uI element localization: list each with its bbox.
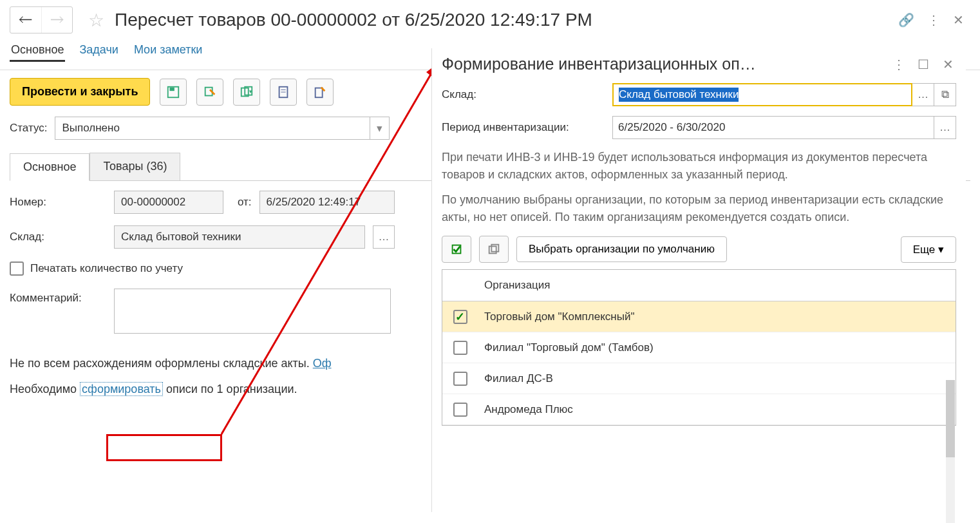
comment-label: Комментарий: — [10, 289, 106, 305]
popup-warehouse-select-button[interactable]: … — [912, 83, 934, 106]
form-inventories-link[interactable]: сформировать — [80, 382, 163, 396]
row-name: Андромеда Плюс — [478, 394, 956, 425]
post-button[interactable] — [196, 79, 223, 106]
row-checkbox[interactable] — [453, 341, 467, 355]
svg-rect-13 — [489, 246, 496, 253]
warehouse-select-button[interactable]: … — [373, 225, 395, 249]
svg-rect-14 — [491, 245, 498, 252]
svg-rect-1 — [170, 87, 174, 91]
popup-maximize-icon[interactable]: ☐ — [915, 57, 932, 72]
popup-warehouse-label: Склад: — [442, 88, 606, 101]
table-row[interactable]: Андромеда Плюс — [442, 394, 956, 425]
row-checkbox[interactable]: ✓ — [453, 310, 467, 324]
status-select[interactable]: Выполнено ▾ — [55, 117, 390, 140]
more-button[interactable]: Еще ▾ — [901, 236, 956, 263]
inner-tab-goods[interactable]: Товары (36) — [90, 153, 180, 180]
check-all-button[interactable] — [442, 236, 471, 263]
number-field[interactable]: 00-00000002 — [114, 191, 223, 214]
table-row[interactable]: Филиал "Торговый дом" (Тамбов) — [442, 332, 956, 363]
popup-warehouse-field[interactable]: Склад бытовой техники — [612, 83, 912, 106]
popup-title: Формирование инвентаризационных оп… — [442, 55, 883, 73]
status-label: Статус: — [10, 122, 47, 135]
report-button[interactable] — [270, 79, 297, 106]
link-icon[interactable]: 🔗 — [898, 12, 914, 28]
tab-notes[interactable]: Мои заметки — [133, 40, 204, 62]
back-button[interactable]: 🡐 — [10, 7, 41, 33]
post-and-close-button[interactable]: Провести и закрыть — [10, 78, 150, 106]
table-row[interactable]: ✓Торговый дом "Комплексный" — [442, 301, 956, 332]
warehouse-label: Склад: — [10, 231, 106, 243]
organizations-grid: Организация ✓Торговый дом "Комплексный"Ф… — [442, 269, 956, 426]
svg-text:▾: ▾ — [249, 88, 252, 94]
row-checkbox[interactable] — [453, 403, 467, 417]
popup-warehouse-value: Склад бытовой техники — [619, 88, 739, 102]
nav-buttons: 🡐 🡒 — [10, 6, 73, 33]
edit-button[interactable] — [306, 79, 334, 106]
date-field[interactable]: 6/25/2020 12:49:17 — [259, 191, 395, 214]
default-orgs-button[interactable]: Выбрать организации по умолчанию — [516, 236, 727, 262]
tab-main[interactable]: Основное — [10, 40, 65, 62]
status-value: Выполнено — [62, 122, 370, 135]
row-name: Филиал "Торговый дом" (Тамбов) — [478, 332, 956, 363]
row-name: Торговый дом "Комплексный" — [478, 301, 956, 332]
header-bar: 🡐 🡒 ☆ Пересчет товаров 00-00000002 от 6/… — [0, 0, 980, 37]
date-label: от: — [238, 196, 252, 209]
page-title: Пересчет товаров 00-00000002 от 6/25/202… — [115, 10, 893, 30]
popup-close-icon[interactable]: ✕ — [939, 57, 956, 72]
row-checkbox[interactable] — [453, 372, 467, 386]
popup-info-1: При печати ИНВ-3 и ИНВ-19 будет использо… — [442, 149, 956, 184]
svg-rect-9 — [316, 88, 323, 97]
create-from-button[interactable]: ▾ — [233, 79, 260, 106]
print-qty-label: Печатать количество по учету — [30, 262, 183, 275]
warehouse-field[interactable]: Склад бытовой техники — [114, 225, 365, 249]
form-text-before: Необходимо — [10, 383, 80, 395]
popup-info-2: По умолчанию выбраны организации, по кот… — [442, 191, 956, 226]
popup-period-field[interactable]: 6/25/2020 - 6/30/2020 — [612, 116, 934, 139]
chevron-down-icon[interactable]: ▾ — [370, 117, 389, 139]
save-button[interactable] — [160, 79, 187, 106]
popup-warehouse-open-button[interactable]: ⧉ — [934, 83, 956, 106]
create-acts-link[interactable]: Оф — [313, 357, 332, 370]
close-icon[interactable]: ✕ — [953, 12, 964, 28]
scroll-thumb[interactable] — [946, 380, 955, 457]
favorite-icon[interactable]: ☆ — [88, 10, 104, 31]
form-text-after: описи по 1 организации. — [163, 383, 297, 395]
forward-button[interactable]: 🡒 — [41, 7, 72, 33]
number-label: Номер: — [10, 196, 106, 209]
comment-field[interactable] — [114, 289, 391, 334]
print-qty-checkbox[interactable] — [10, 262, 24, 276]
row-name: Филиал ДС-В — [478, 363, 956, 394]
popup-period-select-button[interactable]: … — [934, 116, 956, 139]
menu-icon[interactable]: ⋮ — [927, 12, 940, 28]
popup-menu-icon[interactable]: ⋮ — [890, 57, 907, 72]
table-row[interactable]: Филиал ДС-В — [442, 363, 956, 394]
grid-header-org[interactable]: Организация — [478, 270, 956, 301]
inner-tab-main[interactable]: Основное — [10, 153, 90, 181]
popup-period-label: Период инвентаризации: — [442, 121, 606, 134]
tab-tasks[interactable]: Задачи — [78, 40, 119, 62]
highlight-box — [106, 434, 222, 461]
popup-panel: Формирование инвентаризационных оп… ⋮ ☐ … — [431, 48, 966, 512]
acts-text: Не по всем расхождениям оформлены складс… — [10, 357, 313, 370]
grid-scrollbar[interactable] — [946, 380, 955, 523]
uncheck-all-button[interactable] — [479, 236, 509, 263]
